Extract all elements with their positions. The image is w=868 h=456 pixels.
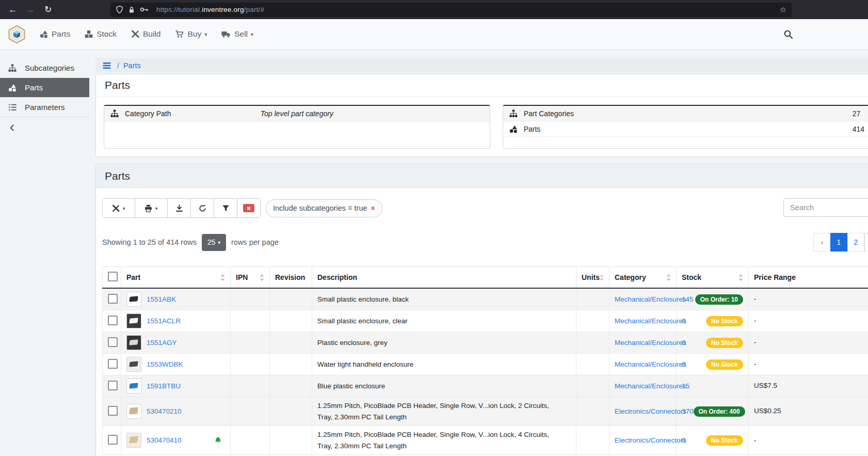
stock-value[interactable]: 0 bbox=[682, 436, 686, 444]
back-button[interactable]: ← bbox=[6, 3, 20, 17]
pagination-page-3[interactable]: 3 bbox=[864, 233, 868, 251]
sort-icon[interactable] bbox=[666, 274, 671, 281]
row-checkbox[interactable] bbox=[108, 294, 118, 304]
forward-button[interactable]: → bbox=[24, 3, 37, 17]
sidebar-item-subcategories[interactable]: Subcategories bbox=[0, 58, 89, 78]
part-link[interactable]: 1551ACLR bbox=[147, 317, 181, 325]
select-all-checkbox[interactable] bbox=[108, 272, 118, 281]
stock-value[interactable]: 0 bbox=[682, 339, 686, 347]
stock-value[interactable]: 0 bbox=[682, 317, 686, 325]
part-thumbnail[interactable] bbox=[126, 292, 141, 307]
part-description: Small plastic enclosure, black bbox=[317, 294, 565, 305]
sort-icon[interactable] bbox=[260, 274, 264, 281]
sort-icon[interactable] bbox=[305, 274, 307, 281]
nav-item-stock[interactable]: Stock bbox=[85, 29, 117, 39]
stock-value[interactable]: 0 bbox=[682, 360, 686, 368]
sort-icon[interactable] bbox=[738, 274, 743, 281]
column-header-revision[interactable]: Revision bbox=[270, 267, 312, 289]
part-link[interactable]: 1551ABK bbox=[147, 295, 176, 303]
bell-icon[interactable] bbox=[214, 436, 222, 444]
part-link[interactable]: 530470410 bbox=[147, 436, 182, 444]
chevron-down-icon: ▾ bbox=[155, 206, 157, 211]
units-cell bbox=[576, 354, 609, 375]
table-row: 1551ABK Small plastic enclosure, black M… bbox=[103, 288, 868, 310]
filter-chip[interactable]: Include subcategories = true × bbox=[266, 199, 382, 217]
column-header-part[interactable]: Part bbox=[121, 267, 231, 289]
part-thumbnail[interactable] bbox=[126, 313, 141, 328]
print-dropdown-button[interactable]: ▾ bbox=[135, 199, 168, 217]
category-link[interactable]: Mechanical/Enclosures bbox=[615, 360, 686, 368]
search-input[interactable] bbox=[783, 198, 868, 217]
row-checkbox[interactable] bbox=[108, 337, 118, 347]
refresh-button[interactable] bbox=[191, 199, 214, 217]
nav-item-buy[interactable]: Buy ▾ bbox=[175, 29, 207, 39]
part-thumbnail[interactable] bbox=[126, 379, 141, 394]
reload-button[interactable]: ↻ bbox=[41, 3, 55, 17]
category-link[interactable]: Electronics/Connectors bbox=[615, 407, 686, 415]
category-link[interactable]: Mechanical/Enclosures bbox=[615, 295, 686, 303]
part-thumbnail[interactable] bbox=[126, 433, 141, 448]
tools-icon bbox=[131, 30, 139, 38]
parts-panel-title: Parts bbox=[96, 164, 868, 188]
sort-icon[interactable] bbox=[220, 274, 225, 281]
page-size-select[interactable]: 25 ▾ bbox=[202, 234, 226, 251]
nav-item-parts[interactable]: Parts bbox=[40, 29, 70, 39]
category-link[interactable]: Mechanical/Enclosures bbox=[615, 339, 686, 347]
units-cell bbox=[576, 426, 609, 455]
part-link[interactable]: 1553WDBK bbox=[147, 360, 183, 368]
part-description: Plastic enclosure, grey bbox=[317, 337, 565, 349]
parts-table: Part IPN Revision Description Units Cate… bbox=[102, 266, 868, 456]
nav-item-sell[interactable]: Sell ▾ bbox=[221, 29, 253, 39]
clear-filters-button[interactable]: ✖ bbox=[237, 199, 260, 217]
category-link[interactable]: Electronics/Connectors bbox=[615, 436, 686, 444]
select-all-header bbox=[103, 267, 121, 289]
column-header-price-range[interactable]: Price Range bbox=[749, 267, 868, 289]
sidebar-item-parts[interactable]: Parts bbox=[0, 78, 89, 98]
ipn-cell bbox=[231, 397, 270, 426]
part-link[interactable]: 1591BTBU bbox=[147, 382, 181, 390]
column-header-description[interactable]: Description bbox=[312, 267, 576, 289]
row-checkbox[interactable] bbox=[108, 435, 118, 445]
browser-toolbar: ← → ↻ https://tutorial.inventree.org/par… bbox=[0, 0, 868, 19]
sort-icon[interactable] bbox=[600, 274, 604, 281]
stock-value[interactable]: 145 bbox=[682, 295, 694, 303]
column-header-category[interactable]: Category bbox=[609, 267, 677, 289]
column-header-ipn[interactable]: IPN bbox=[231, 267, 270, 289]
ipn-cell bbox=[231, 375, 270, 397]
actions-dropdown-button[interactable]: ▾ bbox=[103, 199, 135, 217]
row-checkbox[interactable] bbox=[108, 406, 118, 416]
pagination-prev-button[interactable]: ‹ bbox=[813, 233, 830, 251]
column-header-stock[interactable]: Stock bbox=[677, 267, 749, 289]
price-range: US$0.25 bbox=[754, 406, 812, 416]
row-checkbox[interactable] bbox=[108, 381, 118, 390]
part-link[interactable]: 1551AGY bbox=[147, 339, 177, 347]
download-button[interactable] bbox=[168, 199, 191, 217]
sitemap-icon bbox=[509, 109, 518, 118]
category-link[interactable]: Mechanical/Enclosures bbox=[615, 317, 686, 325]
breadcrumb-menu-button[interactable] bbox=[103, 62, 111, 69]
sidebar-collapse-button[interactable] bbox=[0, 117, 89, 137]
table-row: 1553WDBK Water tight handheld enclosure … bbox=[103, 354, 868, 375]
filter-button[interactable] bbox=[214, 199, 237, 217]
units-cell bbox=[576, 397, 609, 426]
bookmark-star-icon[interactable]: ☆ bbox=[780, 5, 786, 14]
part-link[interactable]: 530470210 bbox=[147, 407, 182, 415]
part-thumbnail[interactable] bbox=[126, 357, 141, 372]
pagination-page-1[interactable]: 1 bbox=[830, 233, 847, 251]
category-link[interactable]: Mechanical/Enclosures bbox=[615, 382, 686, 390]
navbar-search-button[interactable] bbox=[784, 30, 793, 39]
url-bar[interactable]: https://tutorial.inventree.org/part/# ☆ bbox=[110, 3, 792, 17]
column-header-units[interactable]: Units bbox=[576, 267, 609, 289]
pagination-page-2[interactable]: 2 bbox=[847, 233, 864, 251]
inventree-logo[interactable] bbox=[7, 25, 26, 44]
part-thumbnail[interactable] bbox=[126, 335, 141, 350]
breadcrumb-link-parts[interactable]: Parts bbox=[123, 61, 141, 70]
stock-value[interactable]: 370 bbox=[682, 407, 694, 415]
stock-value[interactable]: 15 bbox=[682, 382, 689, 390]
part-thumbnail[interactable] bbox=[126, 404, 141, 419]
sidebar-item-parameters[interactable]: Parameters bbox=[0, 98, 89, 117]
remove-chip-icon[interactable]: × bbox=[371, 204, 375, 212]
nav-item-build[interactable]: Build bbox=[131, 29, 160, 39]
row-checkbox[interactable] bbox=[108, 316, 118, 325]
row-checkbox[interactable] bbox=[108, 359, 118, 369]
